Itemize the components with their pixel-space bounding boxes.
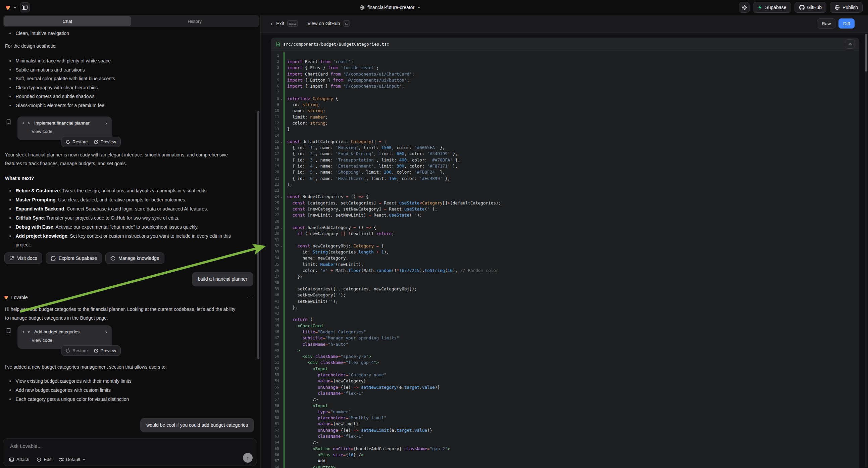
restore-button[interactable]: Restore: [66, 139, 88, 144]
chat-input-box[interactable]: Ask Lovable... Attach Edit Default ↑: [3, 438, 257, 466]
code-lines[interactable]: 12import React from 'react';3import { Pl…: [271, 50, 859, 468]
github-button[interactable]: GitHub: [795, 2, 827, 13]
diff-added-bar: [283, 341, 284, 347]
sidebar-panel-icon: [22, 5, 28, 10]
diff-added-bar: [283, 365, 284, 372]
line-number: 14: [271, 133, 279, 138]
line-number: 54: [271, 379, 279, 383]
settings-button[interactable]: [739, 2, 750, 13]
file-header[interactable]: src/components/budget/BudgetCategories.t…: [271, 38, 859, 50]
bookmark-icon[interactable]: [6, 119, 11, 125]
attach-button[interactable]: Attach: [9, 457, 29, 462]
line-number: 20: [271, 170, 279, 174]
publish-globe-icon: [834, 5, 840, 10]
diff-added-bar: [283, 458, 284, 464]
chat-scrollbar-thumb[interactable]: [257, 111, 259, 359]
tab-history[interactable]: History: [131, 16, 259, 26]
list-item-text: Minimalist interface with plenty of whit…: [16, 56, 111, 65]
code-line-text: const [newCategory, setNewCategory] = Re…: [287, 206, 437, 211]
line-number: 26: [271, 207, 279, 211]
view-code-link[interactable]: View code: [32, 129, 107, 134]
edit-button[interactable]: Edit: [37, 457, 51, 462]
chevron-down-icon[interactable]: [13, 6, 17, 9]
code-line: 51 <div className="flex gap-4">: [271, 359, 859, 365]
manage-knowledge-label: Manage knowledge: [118, 256, 159, 261]
message-more-menu[interactable]: ···: [247, 295, 254, 300]
line-number: 34: [271, 256, 279, 260]
code-line-text: }: [287, 126, 290, 131]
explore-supabase-button[interactable]: Explore Supabase: [45, 253, 102, 264]
mode-selector[interactable]: Default: [59, 457, 86, 462]
code-line-text: { id: '5', name: 'Shopping', limit: 200,…: [287, 170, 445, 175]
diff-added-bar: [283, 292, 284, 298]
code-line-text: title="Budget Categories": [287, 329, 366, 334]
code-scrollbar-thumb[interactable]: [865, 34, 867, 71]
code-line-text: />: [287, 440, 318, 445]
chevron-left-icon[interactable]: ‹: [271, 20, 273, 27]
code-line: 52 <Input: [271, 365, 859, 372]
chevron-right-icon[interactable]: ›: [105, 329, 107, 335]
bookmark-icon[interactable]: [6, 328, 11, 334]
view-on-github-button[interactable]: View on GitHub: [307, 21, 340, 26]
fold-chevron-icon[interactable]: ⌄: [279, 97, 283, 100]
diff-added-bar: [283, 77, 284, 83]
exit-button[interactable]: Exit: [276, 21, 284, 26]
version-card-title: Implement financial planner: [34, 120, 90, 125]
fold-chevron-icon[interactable]: ⌄: [279, 226, 283, 229]
fold-chevron-icon[interactable]: ⌄: [279, 195, 283, 198]
diff-added-bar: [283, 390, 284, 396]
line-number: 15: [271, 139, 279, 144]
publish-button[interactable]: Publish: [830, 2, 863, 13]
code-line-text: const BudgetCategories = () => {: [287, 194, 369, 199]
fold-chevron-icon[interactable]: ⌄: [279, 140, 283, 143]
diff-added-bar: [283, 329, 284, 335]
diff-added-bar: [283, 445, 284, 451]
list-item: Refine & Customize: Tweak the design, an…: [5, 186, 240, 195]
view-code-link[interactable]: View code: [32, 338, 107, 343]
line-number: 30: [271, 231, 279, 236]
code-scrollbar-track[interactable]: [865, 33, 867, 467]
chevron-right-icon[interactable]: ›: [105, 120, 107, 126]
preview-label: Preview: [101, 139, 116, 144]
line-number: 7: [271, 90, 279, 94]
restore-button[interactable]: Restore: [66, 348, 88, 353]
code-line: 25 const [categories, setCategories] = R…: [271, 200, 859, 206]
preview-button[interactable]: Preview: [94, 139, 116, 144]
code-line-text: { id: '4', name: 'Entertainment', limit:…: [287, 164, 458, 169]
collapse-file-button[interactable]: [845, 39, 855, 49]
diff-added-bar: [283, 317, 284, 323]
manage-knowledge-button[interactable]: Manage knowledge: [105, 253, 164, 264]
code-line-text: <Plus size={16} />: [287, 452, 364, 457]
line-number: 67: [271, 459, 279, 463]
send-button[interactable]: ↑: [243, 453, 253, 463]
code-line-text: const newCategoryObj: Category = {: [287, 243, 384, 248]
code-line: 41 setNewLimit('');: [271, 298, 859, 304]
supabase-button[interactable]: Supabase: [753, 2, 791, 13]
line-number: 17: [271, 151, 279, 156]
tab-chat[interactable]: Chat: [4, 16, 131, 26]
lovable-logo-heart-icon[interactable]: ♥: [5, 3, 10, 12]
diff-toggle-button[interactable]: Diff: [838, 19, 855, 29]
explore-supabase-label: Explore Supabase: [59, 256, 97, 261]
code-line-text: <div className="space-y-6">: [287, 354, 371, 359]
fold-chevron-icon[interactable]: ⌄: [279, 244, 283, 247]
project-switcher[interactable]: financial-future-creator: [359, 0, 421, 15]
lovable-avatar-heart-icon: ♥: [4, 294, 8, 301]
raw-toggle-button[interactable]: Raw: [817, 19, 835, 29]
user-message: would be cool if you could add budget ca…: [140, 418, 254, 432]
list-item: Rounded corners and subtle shadows: [5, 92, 240, 101]
line-number: 46: [271, 330, 279, 334]
code-line: 48 className="h-auto": [271, 341, 859, 347]
esc-key-badge: ESC: [287, 21, 298, 27]
code-line: 57 />: [271, 397, 859, 403]
code-line-text: import { Input } from '@/components/ui/i…: [287, 84, 404, 89]
code-line: 61 value={newLimit}: [271, 421, 859, 427]
code-line-text: value={newCategory}: [287, 378, 366, 383]
code-line: 56 className="flex-1": [271, 390, 859, 396]
line-number: 58: [271, 404, 279, 408]
list-item: Expand with Backend: Connect Supabase to…: [5, 204, 240, 213]
visit-docs-button[interactable]: Visit docs: [4, 253, 42, 264]
sidebar-toggle-button[interactable]: [20, 2, 30, 12]
preview-button[interactable]: Preview: [94, 348, 116, 353]
line-number: 44: [271, 317, 279, 322]
